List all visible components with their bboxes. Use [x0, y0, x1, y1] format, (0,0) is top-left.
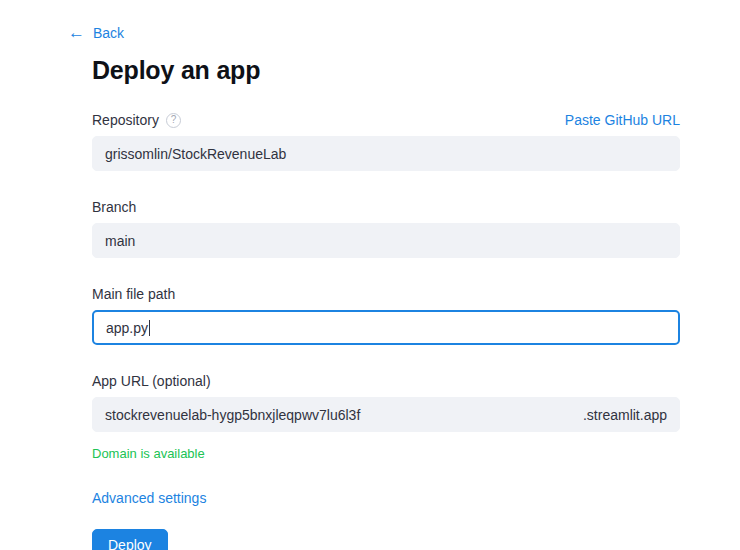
- branch-input[interactable]: main: [92, 223, 680, 258]
- repository-label-row: Repository ? Paste GitHub URL: [92, 112, 680, 128]
- back-link-label: Back: [93, 25, 124, 41]
- domain-availability-status: Domain is available: [92, 446, 680, 461]
- deploy-form: Repository ? Paste GitHub URL grissomlin…: [92, 112, 680, 550]
- app-url-input[interactable]: stockrevenuelab-hygp5bnxjleqpwv7lu6l3f .…: [92, 397, 680, 432]
- deploy-button[interactable]: Deploy: [92, 529, 168, 550]
- page-title: Deploy an app: [92, 56, 740, 85]
- main-file-path-group: Main file path app.py: [92, 286, 680, 345]
- back-link[interactable]: ← Back: [68, 24, 124, 41]
- app-url-domain-suffix: .streamlit.app: [583, 407, 667, 423]
- main-file-path-label: Main file path: [92, 286, 175, 302]
- repository-label: Repository ?: [92, 112, 181, 128]
- repository-label-text: Repository: [92, 112, 159, 128]
- repository-input-value: grissomlin/StockRevenueLab: [105, 146, 286, 162]
- paste-github-url-link[interactable]: Paste GitHub URL: [565, 112, 680, 128]
- app-url-group: App URL (optional) stockrevenuelab-hygp5…: [92, 373, 680, 461]
- branch-label: Branch: [92, 199, 136, 215]
- branch-label-row: Branch: [92, 199, 680, 215]
- branch-group: Branch main: [92, 199, 680, 258]
- help-icon[interactable]: ?: [166, 113, 181, 128]
- repository-input[interactable]: grissomlin/StockRevenueLab: [92, 136, 680, 171]
- main-file-path-label-row: Main file path: [92, 286, 680, 302]
- deploy-button-row: Deploy: [92, 529, 680, 550]
- app-url-input-value: stockrevenuelab-hygp5bnxjleqpwv7lu6l3f: [105, 407, 360, 423]
- app-url-label: App URL (optional): [92, 373, 211, 389]
- main-file-path-input-value: app.py: [106, 320, 148, 336]
- main-file-path-input[interactable]: app.py: [92, 310, 680, 345]
- branch-input-value: main: [105, 233, 135, 249]
- text-cursor: [149, 320, 150, 336]
- deploy-app-page: ← Back Deploy an app Repository ? Paste …: [0, 0, 740, 550]
- app-url-label-row: App URL (optional): [92, 373, 680, 389]
- advanced-settings-link[interactable]: Advanced settings: [92, 490, 206, 506]
- back-arrow-icon: ←: [68, 24, 85, 41]
